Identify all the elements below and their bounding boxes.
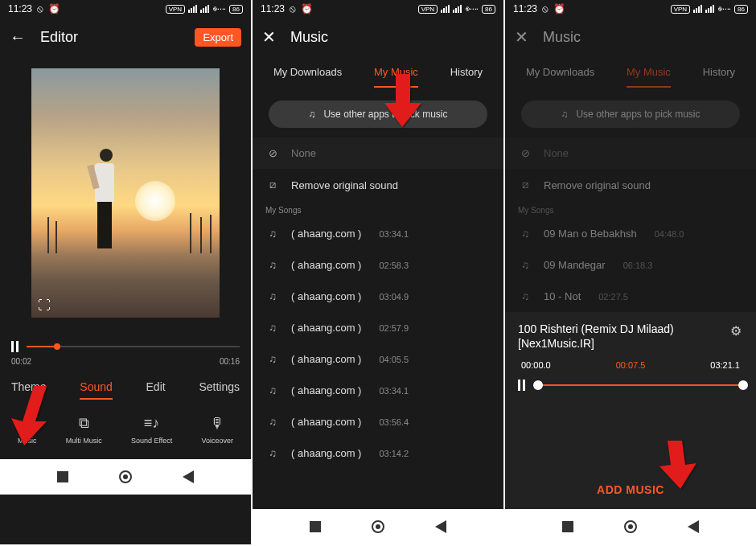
song-name: 09 Mandegar <box>544 259 606 271</box>
add-music-button[interactable]: ADD MUSIC <box>518 475 743 499</box>
back-icon[interactable]: ← <box>10 28 26 47</box>
tab-history[interactable]: History <box>450 66 483 88</box>
svg-marker-0 <box>11 386 47 445</box>
song-name: 09 Man o Bebakhsh <box>544 228 637 240</box>
time-end: 03:21.1 <box>710 360 740 370</box>
tool-multi-music[interactable]: ⧉ Multi Music <box>66 414 102 445</box>
song-item[interactable]: ♫09 Man o Bebakhsh04:48.0 <box>505 218 756 249</box>
headphones-icon: ♫ <box>265 290 280 302</box>
settings-icon[interactable]: ⚙ <box>730 323 742 339</box>
wifi-icon: ◉᠁ <box>717 4 731 14</box>
svg-marker-1 <box>384 74 421 127</box>
nav-recents[interactable] <box>562 521 573 532</box>
song-list: ♫09 Man o Bebakhsh04:48.0 ♫09 Mandegar06… <box>505 218 756 312</box>
close-icon[interactable]: ✕ <box>262 27 276 47</box>
option-label: Remove original sound <box>291 179 398 191</box>
tab-sound[interactable]: Sound <box>80 380 112 400</box>
clock-icon: ⏰ <box>301 3 313 14</box>
vpn-badge: VPN <box>671 5 690 14</box>
disabled-icon: ⊘ <box>518 147 532 159</box>
page-title: Music <box>290 29 494 46</box>
close-icon[interactable]: ✕ <box>515 27 528 47</box>
annotation-arrow-icon <box>11 386 51 449</box>
music-note-icon: ♫ <box>308 109 315 120</box>
tool-label: Multi Music <box>66 437 102 445</box>
mute-icon: ⧄ <box>265 179 280 191</box>
option-remove-original[interactable]: ⧄ Remove original sound <box>505 169 756 201</box>
tab-edit[interactable]: Edit <box>146 380 166 400</box>
song-list: ♫( ahaang.com )03:34.1 ♫( ahaang.com )02… <box>253 218 503 509</box>
song-item[interactable]: ♫10 - Not02:27.5 <box>505 281 756 312</box>
song-item[interactable]: ♫( ahaang.com )03:04.9 <box>253 281 503 312</box>
annotation-arrow-icon <box>659 441 696 492</box>
song-duration: 03:34.1 <box>379 229 409 239</box>
tool-label: Voiceover <box>201 437 233 445</box>
headphones-icon: ♫ <box>265 259 280 271</box>
nav-home[interactable] <box>624 520 637 533</box>
tab-settings[interactable]: Settings <box>199 380 240 400</box>
editor-header: ← Editor Export <box>0 18 251 56</box>
sound-effect-icon: ≡♪ <box>143 414 161 432</box>
alarm-off-icon: ⦸ <box>290 3 296 14</box>
clock-icon: ⏰ <box>48 3 60 14</box>
tool-label: Sound Effect <box>131 437 172 445</box>
svg-marker-2 <box>659 441 696 489</box>
use-other-apps-button[interactable]: ♫ Use other apps to pick music <box>269 101 487 128</box>
nav-back[interactable] <box>688 520 699 533</box>
headphones-icon: ♫ <box>265 322 280 334</box>
tab-my-music[interactable]: My Music <box>627 66 671 88</box>
pause-button[interactable] <box>11 341 18 352</box>
nav-recents[interactable] <box>57 471 68 482</box>
song-name: 10 - Not <box>544 290 581 302</box>
tab-my-downloads[interactable]: My Downloads <box>273 66 342 88</box>
multi-music-icon: ⧉ <box>75 414 92 432</box>
pause-button[interactable] <box>518 380 525 391</box>
song-item[interactable]: ♫( ahaang.com )03:56.4 <box>253 406 503 437</box>
tool-voiceover[interactable]: 🎙 Voiceover <box>201 414 233 445</box>
section-header: My Songs <box>253 201 503 218</box>
vpn-badge: VPN <box>418 5 438 14</box>
use-other-apps-button[interactable]: ♫ Use other apps to pick music <box>521 101 740 128</box>
song-name: ( ahaang.com ) <box>291 290 361 302</box>
song-item[interactable]: ♫09 Mandegar06:18.3 <box>505 249 756 281</box>
headphones-icon: ♫ <box>265 447 280 459</box>
headphones-icon: ♫ <box>265 416 280 428</box>
headphones-icon: ♫ <box>265 384 280 396</box>
nav-home[interactable] <box>119 470 132 483</box>
page-title: Editor <box>40 29 195 46</box>
song-duration: 02:57.9 <box>379 323 409 333</box>
tool-sound-effect[interactable]: ≡♪ Sound Effect <box>131 414 172 445</box>
song-item[interactable]: ♫( ahaang.com )04:05.5 <box>253 343 503 375</box>
song-name: ( ahaang.com ) <box>291 384 361 396</box>
option-label: Remove original sound <box>544 179 651 191</box>
song-item[interactable]: ♫( ahaang.com )02:58.3 <box>253 249 503 281</box>
vpn-badge: VPN <box>166 5 185 14</box>
tab-history[interactable]: History <box>703 66 735 88</box>
song-duration: 03:14.2 <box>379 449 409 458</box>
music-tabs: My Downloads My Music History <box>253 56 503 88</box>
video-preview[interactable]: ⛶ <box>0 56 251 330</box>
song-item[interactable]: ♫( ahaang.com )03:14.2 <box>253 437 503 469</box>
song-name: ( ahaang.com ) <box>291 353 361 365</box>
option-none[interactable]: ⊘ None <box>253 138 503 169</box>
progress-bar[interactable] <box>27 346 240 347</box>
song-item[interactable]: ♫( ahaang.com )03:34.1 <box>253 218 503 249</box>
export-button[interactable]: Export <box>195 28 241 47</box>
alarm-off-icon: ⦸ <box>542 3 549 14</box>
battery-badge: 86 <box>229 5 243 14</box>
tab-my-downloads[interactable]: My Downloads <box>526 66 594 88</box>
song-item[interactable]: ♫( ahaang.com )03:34.1 <box>253 375 503 406</box>
nav-recents[interactable] <box>310 521 321 532</box>
option-none[interactable]: ⊘ None <box>505 138 756 169</box>
status-time: 11:23 <box>261 3 285 14</box>
fullscreen-icon[interactable]: ⛶ <box>38 298 51 313</box>
player-progress[interactable] <box>538 384 743 386</box>
nav-back[interactable] <box>435 520 446 533</box>
wifi-icon: ◉᠁ <box>465 4 479 14</box>
android-nav-bar <box>0 459 251 495</box>
option-remove-original[interactable]: ⧄ Remove original sound <box>253 169 503 201</box>
nav-back[interactable] <box>183 470 194 483</box>
song-item[interactable]: ♫( ahaang.com )02:57.9 <box>253 312 503 343</box>
music-header: ✕ Music <box>505 18 756 56</box>
nav-home[interactable] <box>372 520 384 533</box>
